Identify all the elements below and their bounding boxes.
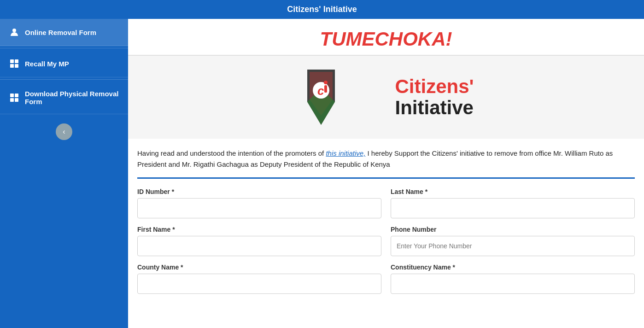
svg-rect-7 xyxy=(10,98,14,102)
svg-text:c: c xyxy=(317,84,324,98)
form-group-id-number: ID Number * xyxy=(137,188,381,218)
form-group-county-name: County Name * xyxy=(137,264,381,294)
last-name-input[interactable] xyxy=(391,198,635,218)
svg-rect-8 xyxy=(15,98,18,102)
constituency-name-input[interactable] xyxy=(391,274,635,294)
grid-icon-download xyxy=(9,93,19,103)
form-group-phone-number: Phone Number xyxy=(391,226,635,256)
hero-area: TUMECHOKA! xyxy=(128,19,644,56)
top-header-bar: Citizens' Initiative xyxy=(0,0,644,19)
svg-rect-1 xyxy=(10,59,14,63)
svg-rect-5 xyxy=(10,94,14,97)
county-name-label: County Name * xyxy=(137,264,381,271)
svg-rect-6 xyxy=(15,94,18,97)
svg-rect-4 xyxy=(15,64,18,68)
main-content: TUMECHOKA! c xyxy=(128,19,644,328)
hero-title: TUMECHOKA! xyxy=(128,28,644,50)
person-icon xyxy=(9,27,19,37)
form-area: Having read and understood the intention… xyxy=(128,139,644,306)
first-name-label: First Name * xyxy=(137,226,381,233)
header-title: Citizens' Initiative xyxy=(287,5,357,14)
logo-text-line1: Citizens' xyxy=(395,76,474,97)
sidebar-divider-2 xyxy=(0,79,128,80)
form-intro-text: Having read and understood the intention… xyxy=(137,148,635,179)
svg-rect-2 xyxy=(15,59,18,63)
form-intro-link[interactable]: this initiative, xyxy=(326,149,365,157)
logo-container: c Citizens' Initiative xyxy=(298,65,474,129)
svg-rect-3 xyxy=(10,64,14,68)
logo-area: c Citizens' Initiative xyxy=(128,56,644,139)
logo-svg: c xyxy=(298,65,390,129)
form-intro-before-link: Having read and understood the intention… xyxy=(137,149,326,157)
svg-rect-15 xyxy=(324,85,327,93)
last-name-label: Last Name * xyxy=(391,188,635,195)
form-group-last-name: Last Name * xyxy=(391,188,635,218)
sidebar-item-download-physical-removal-form[interactable]: Download Physical Removal Form xyxy=(0,82,128,114)
grid-icon-recall xyxy=(9,59,19,69)
sidebar-item-recall-my-mp[interactable]: Recall My MP xyxy=(0,50,128,77)
phone-number-input[interactable] xyxy=(391,236,635,256)
form-row-3: County Name * Constituency Name * xyxy=(137,264,635,294)
sidebar-collapse-button[interactable]: ‹ xyxy=(56,123,72,140)
first-name-input[interactable] xyxy=(137,236,381,256)
county-name-input[interactable] xyxy=(137,274,381,294)
logo-text-line2: Initiative xyxy=(395,97,474,118)
sidebar: Online Removal Form Recall My MP xyxy=(0,19,128,328)
svg-point-14 xyxy=(324,81,328,84)
form-group-constituency-name: Constituency Name * xyxy=(391,264,635,294)
phone-number-label: Phone Number xyxy=(391,226,635,233)
sidebar-divider-1 xyxy=(0,48,128,48)
sidebar-item-online-removal-form[interactable]: Online Removal Form xyxy=(0,19,128,46)
form-row-1: ID Number * Last Name * xyxy=(137,188,635,218)
form-row-2: First Name * Phone Number xyxy=(137,226,635,256)
constituency-name-label: Constituency Name * xyxy=(391,264,635,271)
id-number-label: ID Number * xyxy=(137,188,381,195)
sidebar-item-label-recall-my-mp: Recall My MP xyxy=(25,60,69,68)
sidebar-item-label-online-removal-form: Online Removal Form xyxy=(25,29,96,36)
id-number-input[interactable] xyxy=(137,198,381,218)
svg-point-0 xyxy=(12,29,16,32)
sidebar-item-label-download-physical-removal-form: Download Physical Removal Form xyxy=(25,90,119,105)
form-group-first-name: First Name * xyxy=(137,226,381,256)
